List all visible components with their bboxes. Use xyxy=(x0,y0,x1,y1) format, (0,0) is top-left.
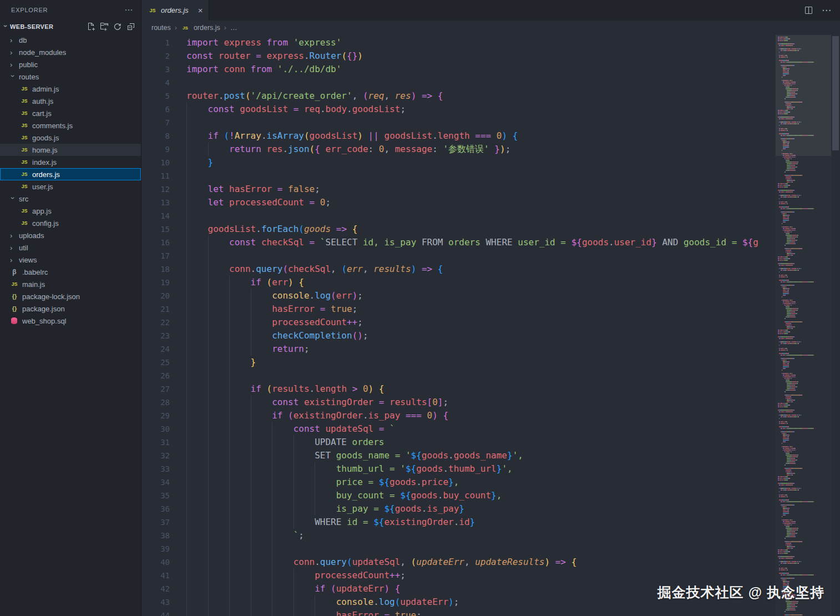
code-line[interactable]: import conn from './../db/db' xyxy=(186,63,776,76)
code-line[interactable]: if (err) { xyxy=(186,276,776,289)
code-line[interactable] xyxy=(186,209,776,223)
tree-file-app.js[interactable]: JSapp.js xyxy=(0,205,141,217)
minimap-slider[interactable] xyxy=(776,35,831,156)
code-line[interactable]: import express from 'express' xyxy=(186,36,776,49)
tree-file-package.json[interactable]: {}package.json xyxy=(0,302,141,315)
code-line[interactable]: console.log(err); xyxy=(186,289,776,302)
line-number: 44 xyxy=(141,609,185,616)
code-line[interactable] xyxy=(186,116,776,129)
tree-folder-node_modules[interactable]: ›node_modules xyxy=(0,46,141,58)
code-line[interactable]: const existingOrder = results[0]; xyxy=(186,396,776,409)
tree-file-home.js[interactable]: JShome.js xyxy=(0,144,141,156)
code-line[interactable]: let hasError = false; xyxy=(186,183,776,196)
code-line[interactable]: return; xyxy=(186,342,776,356)
code-line[interactable]: SET goods_name = '${goods.goods_name}', xyxy=(186,449,776,462)
breadcrumb-folder[interactable]: routes xyxy=(151,24,171,32)
code-line[interactable]: processedCount++; xyxy=(186,569,776,582)
chevron-right-icon: › xyxy=(10,244,16,252)
code-line[interactable] xyxy=(186,369,776,382)
new-folder-icon[interactable] xyxy=(100,22,109,31)
tree-file-.babelrc[interactable]: β.babelrc xyxy=(0,266,141,278)
code-line[interactable]: } xyxy=(186,356,776,369)
editor-scrollbar[interactable] xyxy=(831,35,840,616)
js-file-icon: JS xyxy=(20,220,29,226)
js-file-icon: JS xyxy=(10,281,19,287)
tree-folder-public[interactable]: ›public xyxy=(0,58,141,70)
code-line[interactable]: `; xyxy=(186,529,776,542)
code-line[interactable] xyxy=(186,249,776,262)
close-tab-icon[interactable]: × xyxy=(198,6,203,15)
tree-folder-views[interactable]: ›views xyxy=(0,254,141,266)
code-line[interactable]: UPDATE orders xyxy=(186,436,776,449)
code-line[interactable]: buy_count = ${goods.buy_count}, xyxy=(186,489,776,502)
code-line[interactable]: checkCompletion(); xyxy=(186,329,776,342)
code-line[interactable]: const updateSql = ` xyxy=(186,422,776,436)
line-number: 25 xyxy=(141,356,185,369)
workspace-section-header[interactable]: › WEB-SERVER xyxy=(0,19,141,34)
code-line[interactable]: console.log(updateErr); xyxy=(186,595,776,609)
code-line[interactable]: conn.query(checkSql, (err, results) => { xyxy=(186,262,776,276)
editor-more-icon[interactable]: ⋯ xyxy=(822,6,831,15)
code-line[interactable]: WHERE id = ${existingOrder.id} xyxy=(186,516,776,529)
tree-file-goods.js[interactable]: JSgoods.js xyxy=(0,132,141,144)
tree-file-config.js[interactable]: JSconfig.js xyxy=(0,217,141,229)
code-line[interactable]: router.post('/api/create_order', (req, r… xyxy=(186,89,776,103)
tree-file-admin.js[interactable]: JSadmin.js xyxy=(0,83,141,95)
code-line[interactable]: hasError = true; xyxy=(186,302,776,316)
code-line[interactable]: return res.json({ err_code: 0, message: … xyxy=(186,143,776,156)
line-number: 2 xyxy=(141,49,185,63)
split-editor-icon[interactable] xyxy=(804,6,813,15)
code-line[interactable]: conn.query(updateSql, (updateErr, update… xyxy=(186,556,776,569)
code-line[interactable]: const goodsList = req.body.goodsList; xyxy=(186,103,776,116)
breadcrumb-file[interactable]: orders.js xyxy=(194,24,220,32)
file-tree: ›db›node_modules›public›routesJSadmin.js… xyxy=(0,34,141,616)
code-line[interactable]: } xyxy=(186,156,776,169)
code-line[interactable] xyxy=(186,76,776,89)
tree-file-cart.js[interactable]: JScart.js xyxy=(0,107,141,119)
line-number: 24 xyxy=(141,342,185,356)
explorer-more-icon[interactable]: ⋯ xyxy=(124,6,133,14)
scrollbar-thumb[interactable] xyxy=(832,36,839,150)
code-line[interactable]: let processedCount = 0; xyxy=(186,196,776,209)
new-file-icon[interactable] xyxy=(87,22,95,31)
tree-file-main.js[interactable]: JSmain.js xyxy=(0,278,141,290)
code-line[interactable]: processedCount++; xyxy=(186,316,776,329)
tree-file-web_shop.sql[interactable]: web_shop.sql xyxy=(0,315,141,327)
code-line[interactable]: const router = express.Router({}) xyxy=(186,49,776,63)
minimap[interactable] xyxy=(776,35,831,616)
code-line[interactable]: if (!Array.isArray(goodsList) || goodsLi… xyxy=(186,129,776,143)
tree-folder-db[interactable]: ›db xyxy=(0,34,141,46)
refresh-explorer-icon[interactable] xyxy=(113,22,122,31)
chevron-right-icon: › xyxy=(10,36,16,44)
code-line[interactable]: thumb_url = '${goods.thumb_url}', xyxy=(186,462,776,476)
code-line[interactable] xyxy=(186,169,776,183)
tab-orders-js[interactable]: JS orders.js × xyxy=(141,0,209,21)
code-editor[interactable]: import express from 'express'const route… xyxy=(185,35,776,616)
tree-file-auth.js[interactable]: JSauth.js xyxy=(0,95,141,107)
breadcrumb-symbol-ellipsis[interactable]: … xyxy=(230,24,237,32)
code-line[interactable]: is_pay = ${goods.is_pay} xyxy=(186,502,776,516)
collapse-folders-icon[interactable] xyxy=(126,22,135,31)
tree-folder-uploads[interactable]: ›uploads xyxy=(0,229,141,241)
line-number: 20 xyxy=(141,289,185,302)
tree-folder-src[interactable]: ›src xyxy=(0,193,141,205)
tree-file-comments.js[interactable]: JScomments.js xyxy=(0,119,141,132)
tree-folder-routes[interactable]: ›routes xyxy=(0,70,141,83)
code-line[interactable]: const checkSql = `SELECT id, is_pay FROM… xyxy=(186,236,776,249)
tree-folder-util[interactable]: ›util xyxy=(0,241,141,254)
tree-file-index.js[interactable]: JSindex.js xyxy=(0,156,141,168)
editor-body: 1234567891011121314151617181920212223242… xyxy=(141,35,840,616)
editor-actions: ⋯ xyxy=(804,0,840,21)
code-line[interactable] xyxy=(186,542,776,556)
tree-file-package-lock.json[interactable]: {}package-lock.json xyxy=(0,290,141,302)
line-number: 34 xyxy=(141,476,185,489)
code-line[interactable]: if (results.length > 0) { xyxy=(186,382,776,396)
tree-file-user.js[interactable]: JSuser.js xyxy=(0,180,141,193)
code-line[interactable]: if (existingOrder.is_pay === 0) { xyxy=(186,409,776,422)
code-line[interactable]: goodsList.forEach(goods => { xyxy=(186,223,776,236)
code-line[interactable]: if (updateErr) { xyxy=(186,582,776,595)
line-number-gutter: 1234567891011121314151617181920212223242… xyxy=(141,35,185,616)
code-line[interactable]: hasError = true; xyxy=(186,609,776,616)
code-line[interactable]: price = ${goods.price}, xyxy=(186,476,776,489)
tree-file-orders.js[interactable]: JSorders.js xyxy=(0,168,141,180)
